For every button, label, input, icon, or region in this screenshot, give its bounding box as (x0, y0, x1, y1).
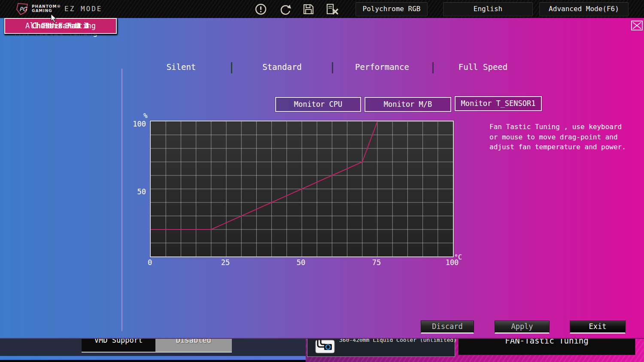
advanced-mode-button[interactable]: Advanced Mode(F6) (539, 2, 629, 16)
apply-button[interactable]: Apply (495, 320, 550, 334)
fan-tastic-tuning-panel: FAN-Tastic Tuning Silent Standard Perfor… (0, 18, 644, 339)
save-icon[interactable] (303, 3, 314, 15)
top-bar: PG PHANTOM® GAMING EZ MODE Polyc (0, 0, 644, 18)
vmd-support-value[interactable]: Disabled (155, 339, 232, 352)
phantom-gaming-logo-icon: PG (15, 3, 29, 15)
liquid-cooler-icon (315, 340, 335, 353)
vmd-support-label: VMD Support (82, 339, 155, 352)
tab-standard[interactable]: Standard (262, 62, 302, 72)
brand-line2: GAMING (32, 9, 61, 13)
cooler-setting-text: 360-420mm Liquid Cooler (Unlimited) (339, 339, 453, 343)
brand-line1: PHANTOM® (32, 4, 61, 9)
language-button[interactable]: English (443, 2, 533, 16)
vmd-support-value-text: Disabled (155, 339, 232, 344)
x-tick-label: 0 (148, 258, 152, 267)
tab-separator (332, 62, 333, 73)
background-blue-strip (0, 356, 306, 360)
monitor-tsensor1-button[interactable]: Monitor T_SENSOR1 (455, 96, 542, 111)
help-text: Fan Tastic Tuning , use keyboard or mous… (489, 122, 626, 152)
fan-tastic-launcher-label: FAN-Tastic Tuning (505, 339, 588, 345)
vmd-support-label-text: VMD Support (82, 339, 155, 344)
close-icon[interactable] (631, 21, 643, 30)
y-axis-unit-label: % (143, 112, 148, 120)
help-line: Fan Tastic Tuning , use keyboard (489, 122, 626, 132)
info-icon[interactable] (255, 3, 267, 15)
tab-separator (432, 62, 434, 73)
fan-button-chassis-fan-5[interactable]: Chassis Fan 5 (4, 18, 117, 34)
tab-performance[interactable]: Performance (355, 62, 409, 72)
ez-mode-background: VMD Support Disabled 360-420mm Liquid Co… (0, 339, 644, 362)
y-tick-label: 50 (124, 187, 146, 196)
monitor-mb-button[interactable]: Monitor M/B (365, 97, 451, 112)
discard-button[interactable]: Discard (421, 320, 474, 334)
fan-curve-chart[interactable] (150, 121, 454, 257)
sidebar-divider (122, 69, 122, 331)
polychrome-rgb-button[interactable]: Polychrome RGB (ON) (355, 2, 428, 16)
x-tick-label: 100 (446, 258, 459, 267)
y-tick-label: 100 (124, 120, 146, 128)
vmd-support-setting[interactable]: VMD Support Disabled (82, 339, 232, 353)
discard-changes-icon[interactable] (325, 3, 340, 15)
ez-mode-label: EZ MODE (64, 5, 102, 13)
cpu-cooler-setting[interactable]: 360-420mm Liquid Cooler (Unlimited) (307, 339, 455, 357)
fan-tastic-tuning-launcher-button[interactable]: FAN-Tastic Tuning (458, 339, 635, 355)
help-line: or mouse to move drag-point and (489, 132, 626, 142)
reload-icon[interactable] (279, 3, 292, 15)
brand-text: PHANTOM® GAMING (32, 4, 61, 13)
tab-silent[interactable]: Silent (167, 62, 196, 72)
x-tick-label: 75 (372, 258, 381, 267)
monitor-cpu-button[interactable]: Monitor CPU (275, 97, 361, 112)
svg-text:PG: PG (19, 6, 27, 12)
x-tick-label: 50 (297, 258, 305, 267)
mouse-cursor (51, 14, 58, 23)
tab-separator (231, 62, 232, 73)
help-line: adjust fan temperature and power. (489, 142, 626, 152)
exit-button[interactable]: Exit (570, 320, 626, 334)
x-tick-label: 25 (221, 258, 230, 267)
tab-full-speed[interactable]: Full Speed (459, 62, 507, 72)
bios-screen: PG PHANTOM® GAMING EZ MODE Polyc (0, 0, 644, 362)
background-black-strip (0, 360, 306, 362)
